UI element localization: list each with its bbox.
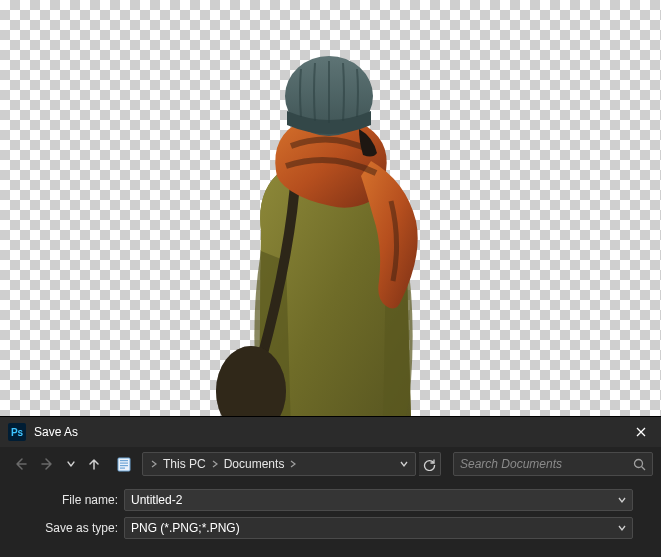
dialog-fields: File name: Untitled-2 Save as type: PNG … <box>0 481 661 557</box>
dialog-titlebar: Ps Save As <box>0 417 661 447</box>
svg-rect-7 <box>120 468 125 469</box>
save-as-type-combobox[interactable]: PNG (*.PNG;*.PNG) <box>124 517 633 539</box>
cutout-photo <box>201 51 461 416</box>
nav-back-button[interactable] <box>8 452 32 476</box>
search-box[interactable] <box>453 452 653 476</box>
file-name-combobox[interactable]: Untitled-2 <box>124 489 633 511</box>
nav-forward-button[interactable] <box>36 452 60 476</box>
chevron-down-icon[interactable] <box>618 524 626 532</box>
save-as-dialog: Ps Save As This PC <box>0 416 661 557</box>
chevron-down-icon <box>67 460 75 468</box>
nav-up-button[interactable] <box>82 452 106 476</box>
breadcrumb-item-this-pc[interactable]: This PC <box>161 457 208 471</box>
save-as-type-label: Save as type: <box>28 521 118 535</box>
file-name-value: Untitled-2 <box>131 493 618 507</box>
search-input[interactable] <box>460 457 633 471</box>
svg-rect-5 <box>120 463 128 464</box>
refresh-icon <box>423 458 436 471</box>
breadcrumb-history-button[interactable] <box>395 460 413 468</box>
refresh-button[interactable] <box>419 452 441 476</box>
save-as-type-row: Save as type: PNG (*.PNG;*.PNG) <box>28 517 633 539</box>
recent-locations-button[interactable] <box>64 452 78 476</box>
photoshop-icon: Ps <box>8 423 26 441</box>
document-canvas[interactable] <box>0 0 661 416</box>
file-name-row: File name: Untitled-2 <box>28 489 633 511</box>
breadcrumb-item-documents[interactable]: Documents <box>222 457 287 471</box>
breadcrumb-bar[interactable]: This PC Documents <box>142 452 416 476</box>
chevron-right-icon[interactable] <box>210 460 220 468</box>
svg-rect-3 <box>118 458 130 471</box>
close-button[interactable] <box>621 417 661 447</box>
file-name-label: File name: <box>28 493 118 507</box>
svg-point-8 <box>635 459 643 467</box>
chevron-right-icon[interactable] <box>149 460 159 468</box>
save-as-type-value: PNG (*.PNG;*.PNG) <box>131 521 618 535</box>
arrow-up-icon <box>87 457 101 471</box>
chevron-right-icon[interactable] <box>288 460 298 468</box>
chevron-down-icon <box>400 460 408 468</box>
svg-rect-6 <box>120 465 128 466</box>
location-icon <box>114 454 134 474</box>
chevron-down-icon[interactable] <box>618 496 626 504</box>
app-window: Ps Save As This PC <box>0 0 661 557</box>
arrow-left-icon <box>13 457 27 471</box>
search-icon[interactable] <box>633 458 646 471</box>
dialog-title: Save As <box>34 425 621 439</box>
svg-rect-4 <box>120 460 128 461</box>
close-icon <box>636 427 646 437</box>
nav-row: This PC Documents <box>0 447 661 481</box>
arrow-right-icon <box>41 457 55 471</box>
